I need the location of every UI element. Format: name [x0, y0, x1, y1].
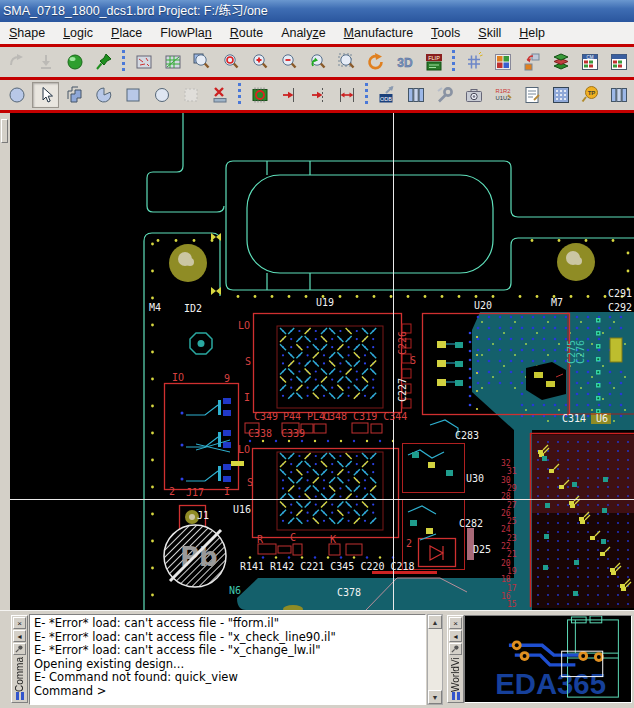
ref-label-u19: U19: [316, 297, 334, 308]
ref-label-lo: LO: [238, 320, 250, 331]
close-icon[interactable]: ×: [449, 617, 462, 629]
testpoint-icon[interactable]: TP: [576, 82, 603, 108]
menu-bar: ShapeLogicPlaceFlowPlanRouteAnalyzeManuf…: [0, 22, 634, 44]
menu-item-manufacture[interactable]: Manufacture: [335, 24, 423, 42]
left-dock-strip: [0, 113, 10, 610]
pcb-canvas[interactable]: PbM4ID2U19U20M7C291C292C283C314U6U30C282…: [10, 113, 634, 610]
drc-update-icon[interactable]: [246, 82, 273, 108]
shape-grid-icon[interactable]: [547, 82, 574, 108]
zoom-previous-icon[interactable]: [304, 49, 331, 75]
zoom-out-icon[interactable]: [275, 49, 302, 75]
command-tab-label[interactable]: Command: [14, 657, 25, 692]
odb-export-icon[interactable]: ODB: [373, 82, 400, 108]
svg-text:TP: TP: [587, 90, 595, 96]
command-console[interactable]: E- *Error* load: can't access file - "ff…: [29, 614, 426, 705]
spreadsheet-icon[interactable]: [605, 49, 632, 75]
console-scrollbar[interactable]: ▲ ▼: [427, 614, 443, 705]
menu-item-logic[interactable]: Logic: [54, 24, 102, 42]
pin-number: 15: [507, 600, 517, 609]
ref-label-s: S: [245, 356, 251, 367]
toolbar-separator: [121, 50, 126, 74]
ref-label-c227: C227: [397, 378, 408, 402]
view-3d-icon[interactable]: 3D: [391, 49, 418, 75]
redo-icon: [3, 49, 30, 75]
zoom-area-icon[interactable]: [188, 49, 215, 75]
select-tool-icon[interactable]: [32, 82, 59, 108]
file-import-icon: [32, 49, 59, 75]
pb-text: Pb: [180, 542, 218, 572]
shape-polygon-icon[interactable]: [61, 82, 88, 108]
collapse-icon[interactable]: ◂: [13, 630, 26, 642]
ref-label-i: I: [244, 392, 250, 403]
color-dialog-icon[interactable]: [130, 49, 157, 75]
scroll-down-icon[interactable]: ▼: [428, 690, 442, 704]
shape-select-rect-icon: [177, 82, 204, 108]
redraw-icon[interactable]: [362, 49, 389, 75]
ref-label-u30: U30: [466, 473, 484, 484]
edge-tool-icon[interactable]: [605, 82, 632, 108]
menu-item-place[interactable]: Place: [102, 24, 151, 42]
artwork-films-icon[interactable]: [402, 82, 429, 108]
ref-label-j17: J17: [186, 487, 204, 498]
menu-item-analyze[interactable]: Analyze: [272, 24, 334, 42]
rename-refdes-icon[interactable]: R1R2U1U2: [489, 82, 516, 108]
collapse-icon[interactable]: ◂: [449, 630, 462, 642]
command-panel-tab: × ◂ Command: [11, 615, 28, 703]
pin-icon[interactable]: [13, 643, 26, 655]
dock-grip[interactable]: [1, 119, 8, 143]
world-view[interactable]: EDA365: [464, 615, 632, 703]
cross-section-icon[interactable]: [547, 49, 574, 75]
swap-layers-icon[interactable]: [518, 49, 545, 75]
shape-circle-filled-icon[interactable]: [3, 82, 30, 108]
pushpin-icon[interactable]: [90, 49, 117, 75]
menu-item-shape[interactable]: Shape: [0, 24, 54, 42]
svg-text:FLIP: FLIP: [428, 55, 440, 61]
menu-item-help[interactable]: Help: [510, 24, 554, 42]
grid-setup-icon[interactable]: [159, 49, 186, 75]
shape-circle-icon[interactable]: [148, 82, 175, 108]
pin-icon[interactable]: [449, 643, 462, 655]
shape-delete-icon[interactable]: [206, 82, 233, 108]
bottom-dock: × ◂ Command E- *Error* load: can't acces…: [0, 610, 634, 708]
menu-item-skill[interactable]: Skill: [469, 24, 510, 42]
shape-rect-icon[interactable]: [119, 82, 146, 108]
ref-label-c314: C314: [562, 413, 586, 424]
grid-toggle-icon[interactable]: [460, 49, 487, 75]
measure-icon[interactable]: [333, 82, 360, 108]
menu-item-route[interactable]: Route: [221, 24, 272, 42]
menu-item-flowplan[interactable]: FlowPlan: [151, 24, 220, 42]
ref-label-c339: C339: [281, 428, 305, 439]
snapshot-icon[interactable]: [460, 82, 487, 108]
pin-to-dash-icon[interactable]: [304, 82, 331, 108]
reports-icon[interactable]: [518, 82, 545, 108]
ref-label-s: S: [247, 477, 253, 488]
zoom-center-icon[interactable]: [217, 49, 244, 75]
ref-label-c292: C292: [608, 302, 632, 313]
ref-label-u16: U16: [233, 504, 251, 515]
ref-label-9: 9: [224, 373, 230, 384]
shape-arc-icon[interactable]: [90, 82, 117, 108]
svg-text:ODB: ODB: [380, 96, 392, 102]
flip-design-icon[interactable]: FLIP: [420, 49, 447, 75]
zoom-in-icon[interactable]: [246, 49, 273, 75]
ref-label-io: IO: [172, 372, 184, 383]
world-shell-icon[interactable]: [61, 49, 88, 75]
pin-to-line-icon[interactable]: [275, 82, 302, 108]
menu-item-tools[interactable]: Tools: [422, 24, 469, 42]
title-bar[interactable]: SMA_0718_1800_dcs1.brd Project: F:/练习/on…: [0, 0, 634, 22]
ref-label-n6: N6: [229, 585, 241, 596]
console-line: E- *Error* load: can't access file - "x_…: [34, 644, 424, 658]
toolbar-view: 3DFLIPCM: [0, 47, 634, 77]
close-icon[interactable]: ×: [13, 617, 26, 629]
fix-tools-icon[interactable]: [431, 82, 458, 108]
pin-glyph: [451, 644, 460, 653]
ref-label-r141-r142-c221-c345-c220-c218: R141 R142 C221 C345 C220 C218: [240, 561, 415, 572]
ref-label-c276: C276: [575, 340, 586, 364]
worldview-tab-label[interactable]: WorldVi: [450, 657, 461, 692]
scroll-up-icon[interactable]: ▲: [428, 615, 442, 629]
zoom-fit-icon[interactable]: [333, 49, 360, 75]
color192-icon[interactable]: [489, 49, 516, 75]
command-prompt[interactable]: Command >: [34, 685, 424, 699]
constraint-manager-icon[interactable]: CM: [576, 49, 603, 75]
app-window: SMA_0718_1800_dcs1.brd Project: F:/练习/on…: [0, 0, 634, 708]
